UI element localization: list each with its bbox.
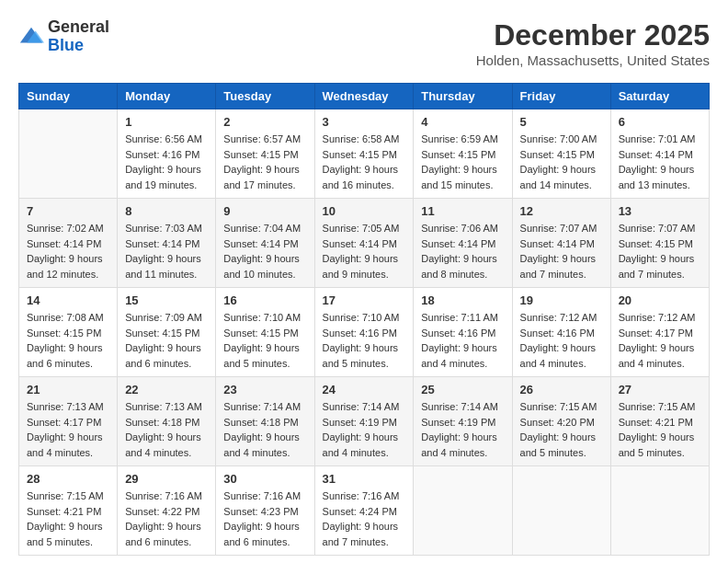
sunrise-text: Sunrise: 7:16 AM xyxy=(223,490,301,501)
day-cell: 7Sunrise: 7:02 AMSunset: 4:14 PMDaylight… xyxy=(19,199,118,288)
sunrise-text: Sunrise: 7:13 AM xyxy=(125,401,202,412)
sunset-text: Sunset: 4:16 PM xyxy=(421,327,495,339)
day-number: 23 xyxy=(223,383,306,396)
daylight-text: Daylight: 9 hours and 5 minutes. xyxy=(223,342,300,369)
day-cell: 31Sunrise: 7:16 AMSunset: 4:24 PMDayligh… xyxy=(314,466,414,556)
sunrise-text: Sunrise: 7:02 AM xyxy=(27,223,104,234)
sunrise-text: Sunrise: 7:13 AM xyxy=(27,401,104,412)
day-info: Sunrise: 7:00 AMSunset: 4:15 PMDaylight:… xyxy=(520,132,603,192)
day-number: 27 xyxy=(619,383,701,396)
sunrise-text: Sunrise: 7:15 AM xyxy=(27,490,104,501)
day-cell: 23Sunrise: 7:14 AMSunset: 4:18 PMDayligh… xyxy=(216,377,314,466)
sunrise-text: Sunrise: 7:08 AM xyxy=(27,312,104,323)
day-cell: 21Sunrise: 7:13 AMSunset: 4:17 PMDayligh… xyxy=(19,377,118,466)
day-info: Sunrise: 7:13 AMSunset: 4:18 PMDaylight:… xyxy=(125,399,208,460)
day-number: 30 xyxy=(223,472,306,486)
day-info: Sunrise: 7:03 AMSunset: 4:14 PMDaylight:… xyxy=(125,221,208,282)
day-info: Sunrise: 7:06 AMSunset: 4:14 PMDaylight:… xyxy=(421,221,504,282)
sunrise-text: Sunrise: 7:12 AM xyxy=(619,312,696,323)
sunrise-text: Sunrise: 7:16 AM xyxy=(125,490,202,501)
daylight-text: Daylight: 9 hours and 4 minutes. xyxy=(27,431,103,458)
header-cell-sunday: Sunday xyxy=(19,84,118,109)
day-cell: 25Sunrise: 7:14 AMSunset: 4:19 PMDayligh… xyxy=(414,377,512,466)
daylight-text: Daylight: 9 hours and 4 minutes. xyxy=(323,431,399,458)
day-number: 17 xyxy=(323,293,406,307)
sunset-text: Sunset: 4:19 PM xyxy=(421,417,495,428)
sunrise-text: Sunrise: 6:56 AM xyxy=(125,133,202,144)
day-info: Sunrise: 7:11 AMSunset: 4:16 PMDaylight:… xyxy=(421,310,504,371)
sunset-text: Sunset: 4:15 PM xyxy=(125,327,199,339)
sunset-text: Sunset: 4:14 PM xyxy=(323,238,397,249)
header-cell-thursday: Thursday xyxy=(414,84,512,109)
daylight-text: Daylight: 9 hours and 12 minutes. xyxy=(27,253,103,280)
day-cell: 10Sunrise: 7:05 AMSunset: 4:14 PMDayligh… xyxy=(314,199,414,288)
day-cell: 24Sunrise: 7:14 AMSunset: 4:19 PMDayligh… xyxy=(314,377,414,466)
day-cell: 26Sunrise: 7:15 AMSunset: 4:20 PMDayligh… xyxy=(512,377,610,466)
day-info: Sunrise: 7:05 AMSunset: 4:14 PMDaylight:… xyxy=(323,221,406,282)
day-number: 11 xyxy=(421,204,504,218)
day-cell: 15Sunrise: 7:09 AMSunset: 4:15 PMDayligh… xyxy=(118,288,216,377)
logo-general-text: General xyxy=(48,17,109,36)
sunrise-text: Sunrise: 7:16 AM xyxy=(323,490,400,501)
day-info: Sunrise: 6:57 AMSunset: 4:15 PMDaylight:… xyxy=(223,132,306,192)
day-cell: 1Sunrise: 6:56 AMSunset: 4:16 PMDaylight… xyxy=(118,109,216,199)
sunrise-text: Sunrise: 7:15 AM xyxy=(619,401,696,412)
day-cell: 4Sunrise: 6:59 AMSunset: 4:15 PMDaylight… xyxy=(414,109,512,199)
day-number: 13 xyxy=(619,204,701,218)
sunrise-text: Sunrise: 7:14 AM xyxy=(323,401,400,412)
daylight-text: Daylight: 9 hours and 5 minutes. xyxy=(27,521,103,547)
daylight-text: Daylight: 9 hours and 5 minutes. xyxy=(619,431,695,458)
day-number: 3 xyxy=(323,115,406,129)
day-info: Sunrise: 7:15 AMSunset: 4:21 PMDaylight:… xyxy=(27,488,109,549)
day-info: Sunrise: 6:58 AMSunset: 4:15 PMDaylight:… xyxy=(323,132,406,192)
day-number: 22 xyxy=(125,383,208,396)
title-block: December 2025 Holden, Massachusetts, Uni… xyxy=(476,18,710,68)
daylight-text: Daylight: 9 hours and 4 minutes. xyxy=(223,431,300,458)
day-number: 9 xyxy=(223,204,306,218)
sunrise-text: Sunrise: 7:11 AM xyxy=(421,312,498,323)
daylight-text: Daylight: 9 hours and 5 minutes. xyxy=(520,431,597,458)
day-number: 12 xyxy=(520,204,603,218)
day-info: Sunrise: 7:12 AMSunset: 4:16 PMDaylight:… xyxy=(520,310,603,371)
day-info: Sunrise: 7:16 AMSunset: 4:22 PMDaylight:… xyxy=(125,488,208,549)
day-info: Sunrise: 7:07 AMSunset: 4:14 PMDaylight:… xyxy=(520,221,603,282)
sunset-text: Sunset: 4:15 PM xyxy=(520,149,595,160)
day-cell: 19Sunrise: 7:12 AMSunset: 4:16 PMDayligh… xyxy=(512,288,610,377)
logo: General Blue xyxy=(18,18,109,55)
day-number: 31 xyxy=(323,472,406,486)
sunset-text: Sunset: 4:21 PM xyxy=(619,417,693,428)
sunset-text: Sunset: 4:16 PM xyxy=(323,327,397,339)
calendar-header: SundayMondayTuesdayWednesdayThursdayFrid… xyxy=(19,84,710,109)
day-info: Sunrise: 7:15 AMSunset: 4:20 PMDaylight:… xyxy=(520,399,603,460)
sunset-text: Sunset: 4:15 PM xyxy=(421,149,495,160)
day-cell: 9Sunrise: 7:04 AMSunset: 4:14 PMDaylight… xyxy=(216,199,314,288)
day-cell: 28Sunrise: 7:15 AMSunset: 4:21 PMDayligh… xyxy=(19,466,118,556)
sunrise-text: Sunrise: 7:06 AM xyxy=(421,223,498,234)
sunset-text: Sunset: 4:19 PM xyxy=(323,417,397,428)
day-number: 8 xyxy=(125,204,208,218)
daylight-text: Daylight: 9 hours and 13 minutes. xyxy=(619,164,695,190)
sunset-text: Sunset: 4:15 PM xyxy=(223,327,298,339)
daylight-text: Daylight: 9 hours and 19 minutes. xyxy=(125,164,201,190)
day-number: 20 xyxy=(619,293,701,307)
day-cell: 11Sunrise: 7:06 AMSunset: 4:14 PMDayligh… xyxy=(414,199,512,288)
day-cell: 5Sunrise: 7:00 AMSunset: 4:15 PMDaylight… xyxy=(512,109,610,199)
sunset-text: Sunset: 4:14 PM xyxy=(223,238,298,249)
day-cell: 27Sunrise: 7:15 AMSunset: 4:21 PMDayligh… xyxy=(610,377,709,466)
sunset-text: Sunset: 4:14 PM xyxy=(421,238,495,249)
daylight-text: Daylight: 9 hours and 4 minutes. xyxy=(421,431,497,458)
sunset-text: Sunset: 4:23 PM xyxy=(223,506,298,517)
logo-icon xyxy=(18,24,44,50)
sunrise-text: Sunrise: 7:15 AM xyxy=(520,401,597,412)
sunset-text: Sunset: 4:16 PM xyxy=(125,149,199,160)
sunset-text: Sunset: 4:14 PM xyxy=(520,238,595,249)
sunrise-text: Sunrise: 7:05 AM xyxy=(323,223,400,234)
day-number: 10 xyxy=(323,204,406,218)
daylight-text: Daylight: 9 hours and 8 minutes. xyxy=(421,253,497,280)
day-info: Sunrise: 7:01 AMSunset: 4:14 PMDaylight:… xyxy=(619,132,701,192)
day-info: Sunrise: 7:13 AMSunset: 4:17 PMDaylight:… xyxy=(27,399,109,460)
day-cell: 3Sunrise: 6:58 AMSunset: 4:15 PMDaylight… xyxy=(314,109,414,199)
calendar-body: 1Sunrise: 6:56 AMSunset: 4:16 PMDaylight… xyxy=(19,109,710,556)
day-info: Sunrise: 7:07 AMSunset: 4:15 PMDaylight:… xyxy=(619,221,701,282)
day-cell xyxy=(610,466,709,556)
